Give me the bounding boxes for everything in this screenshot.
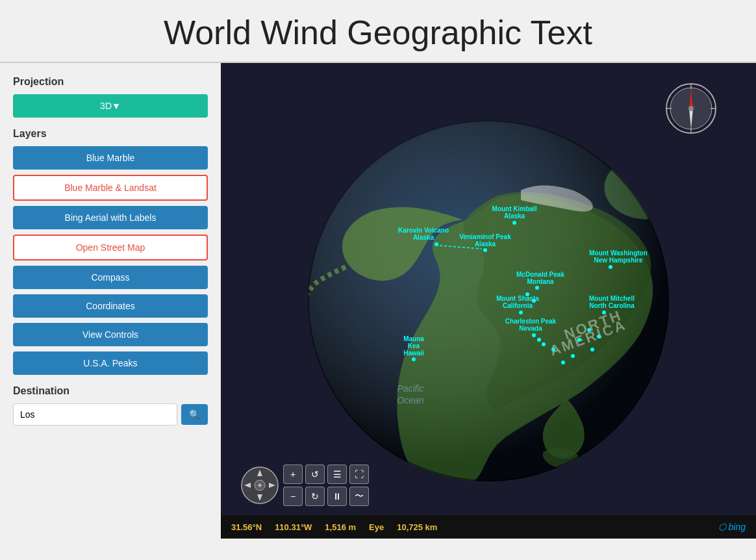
layer-blue-marble-landsat[interactable]: Blue Marble & Landsat [13,175,208,201]
svg-text:Alaska: Alaska [504,212,525,220]
destination-input[interactable] [13,403,177,426]
pan-wheel[interactable] [240,466,279,505]
eye-label: Eye [369,522,384,532]
projection-button[interactable]: 3D▼ [13,94,208,118]
bing-logo: ⬡ bing [718,522,746,532]
chart-button[interactable]: ⏸ [327,487,347,506]
svg-point-24 [609,265,612,269]
svg-point-33 [532,333,536,337]
svg-point-53 [597,335,601,338]
layer-compass[interactable]: Compass [13,266,208,289]
layer-coordinates[interactable]: Coordinates [13,294,208,318]
svg-text:Mauna: Mauna [403,335,424,342]
svg-text:Nevada: Nevada [519,325,542,332]
destination-label: Destination [13,385,208,397]
svg-text:North Carolina: North Carolina [589,302,635,309]
projection-section: Projection 3D▼ [13,76,208,118]
svg-point-42 [412,357,416,361]
svg-text:Ocean: Ocean [397,395,423,405]
svg-text:Mount Kimball: Mount Kimball [492,205,537,212]
globe-area: Mount Kimball Alaska Karovin Volcano Ala… [221,63,756,539]
icon-row-top: + ↺ ☰ ⛶ [283,465,369,484]
layer-usa-peaks[interactable]: U.S.A. Peaks [13,351,208,375]
bing-logo-text: ⬡ bing [718,522,746,532]
destination-row: 🔍 [13,403,208,426]
svg-point-51 [551,348,555,351]
svg-text:Alaska: Alaska [413,234,435,241]
elevation-value: 1,516 m [325,522,356,532]
svg-point-49 [571,354,575,358]
page-title: World Wind Geographic Text [6,13,750,52]
svg-text:Veniaminof Peak: Veniaminof Peak [459,233,511,240]
terrain-button[interactable]: 〜 [349,487,369,506]
svg-point-27 [535,286,539,290]
svg-text:Kea: Kea [408,342,420,350]
layer-bing-aerial[interactable]: Bing Aerial with Labels [13,206,208,229]
svg-point-8 [688,106,694,111]
app-header: World Wind Geographic Text [0,0,756,63]
svg-point-34 [537,338,541,342]
projection-label: Projection [13,76,208,88]
layer-view-controls[interactable]: View Controls [13,323,208,346]
svg-point-15 [512,221,516,225]
latitude-value: 31.56°N [231,522,262,532]
reset-button[interactable]: ↺ [305,465,325,484]
svg-text:California: California [503,302,533,309]
svg-point-35 [542,342,546,346]
svg-text:New Hampshire: New Hampshire [594,257,642,264]
svg-text:Charleston Peak: Charleston Peak [505,318,557,325]
fullscreen-button[interactable]: ⛶ [349,465,369,484]
svg-point-30 [519,311,523,314]
layer-blue-marble[interactable]: Blue Marble [13,146,208,170]
svg-text:Mount Mitchell: Mount Mitchell [589,295,635,302]
refresh-button[interactable]: ↻ [305,487,325,506]
nav-controls: + ↺ ☰ ⛶ − ↻ ⏸ 〜 [240,465,369,506]
zoom-in-button[interactable]: + [283,465,303,484]
status-bar: 31.56°N 110.31°W 1,516 m Eye 10,725 km ⬡… [221,515,756,539]
longitude-value: 110.31°W [275,522,312,532]
svg-point-21 [483,248,487,252]
destination-section: Destination 🔍 [13,385,208,426]
svg-text:Alaska: Alaska [475,240,496,248]
search-button[interactable]: 🔍 [181,404,208,425]
svg-text:Pacific: Pacific [397,383,423,394]
icon-buttons: + ↺ ☰ ⛶ − ↻ ⏸ 〜 [283,465,369,506]
main-layout: Projection 3D▼ Layers Blue Marble Blue M… [0,63,756,539]
layers-section: Layers Blue Marble Blue Marble & Landsat… [13,128,208,375]
eye-distance: 10,725 km [397,522,437,532]
svg-point-55 [532,299,536,303]
svg-point-52 [587,328,591,332]
svg-text:Montana: Montana [527,278,554,285]
svg-text:McDonald Peak: McDonald Peak [516,271,564,278]
svg-point-18 [435,242,438,246]
layer-open-street-map[interactable]: Open Street Map [13,235,208,261]
svg-point-50 [561,361,565,364]
svg-text:Hawaii: Hawaii [403,350,424,357]
svg-point-47 [577,338,581,342]
svg-text:Mount Washington: Mount Washington [589,249,648,257]
sidebar: Projection 3D▼ Layers Blue Marble Blue M… [0,63,221,539]
svg-point-54 [525,292,529,296]
svg-text:Karovin Volcano: Karovin Volcano [398,227,449,234]
zoom-out-button[interactable]: − [283,487,303,506]
icon-row-bottom: − ↻ ⏸ 〜 [283,487,369,506]
layers-button[interactable]: ☰ [327,465,347,484]
layers-label: Layers [13,128,208,140]
globe-container[interactable]: Mount Kimball Alaska Karovin Volcano Ala… [294,106,683,496]
svg-point-48 [590,348,594,351]
